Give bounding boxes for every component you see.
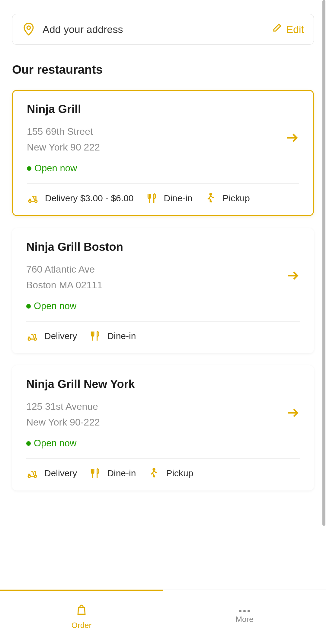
- restaurant-card[interactable]: Ninja Grill Boston760 Atlantic AveBoston…: [12, 228, 314, 353]
- services-row: DeliveryDine-inPickup: [26, 467, 300, 479]
- svg-point-8: [153, 468, 155, 470]
- svg-point-0: [27, 26, 30, 29]
- utensils-icon: [89, 330, 101, 342]
- edit-label: Edit: [286, 24, 304, 35]
- restaurant-address-line1: 155 69th Street: [27, 124, 277, 139]
- walk-icon: [205, 192, 217, 204]
- svg-point-1: [29, 200, 31, 202]
- service-label: Pickup: [166, 468, 193, 478]
- walk-icon: [148, 467, 160, 479]
- restaurant-card[interactable]: Ninja Grill155 69th StreetNew York 90 22…: [12, 90, 314, 216]
- svg-point-2: [35, 200, 37, 202]
- service-item: Pickup: [148, 467, 193, 479]
- nav-order[interactable]: Order: [0, 590, 163, 644]
- status-dot-icon: [26, 304, 31, 309]
- nav-more[interactable]: More: [163, 590, 326, 644]
- svg-point-6: [28, 475, 30, 477]
- arrow-right-icon[interactable]: [278, 406, 300, 421]
- status-label: Open now: [34, 301, 76, 312]
- service-item: Delivery $3.00 - $6.00: [27, 192, 134, 204]
- moped-icon: [26, 330, 38, 342]
- restaurant-address-line2: New York 90-222: [26, 415, 278, 429]
- address-placeholder: Add your address: [43, 24, 123, 35]
- service-label: Dine-in: [107, 331, 136, 341]
- utensils-icon: [89, 467, 101, 479]
- service-label: Dine-in: [107, 468, 136, 478]
- service-item: Dine-in: [89, 330, 136, 342]
- status-dot-icon: [26, 441, 31, 446]
- service-item: Dine-in: [89, 467, 136, 479]
- services-row: DeliveryDine-in: [26, 330, 300, 342]
- service-item: Pickup: [205, 192, 250, 204]
- edit-address-button[interactable]: Edit: [272, 23, 304, 36]
- status-label: Open now: [34, 438, 76, 449]
- restaurant-address-line2: Boston MA 02111: [26, 278, 278, 292]
- service-item: Delivery: [26, 330, 77, 342]
- services-row: Delivery $3.00 - $6.00Dine-inPickup: [27, 192, 299, 204]
- restaurant-name: Ninja Grill New York: [26, 378, 278, 391]
- service-item: Dine-in: [146, 192, 193, 204]
- nav-more-label: More: [235, 615, 253, 624]
- restaurant-address-line2: New York 90 222: [27, 140, 277, 154]
- svg-point-4: [28, 338, 30, 340]
- service-label: Dine-in: [164, 193, 193, 203]
- restaurant-card[interactable]: Ninja Grill New York125 31st AvenueNew Y…: [12, 365, 314, 490]
- address-bar[interactable]: Add your address Edit: [12, 14, 314, 45]
- svg-point-3: [210, 193, 212, 195]
- moped-icon: [26, 467, 38, 479]
- restaurant-address-line1: 125 31st Avenue: [26, 399, 278, 414]
- restaurant-name: Ninja Grill Boston: [26, 241, 278, 254]
- divider: [27, 183, 299, 184]
- svg-point-7: [34, 475, 37, 477]
- service-label: Delivery $3.00 - $6.00: [45, 193, 134, 203]
- utensils-icon: [146, 192, 158, 204]
- svg-point-5: [34, 338, 37, 340]
- service-label: Delivery: [44, 468, 77, 478]
- status-row: Open now: [26, 438, 278, 449]
- more-icon: [239, 610, 250, 612]
- service-label: Delivery: [44, 331, 77, 341]
- nav-order-label: Order: [72, 621, 91, 630]
- location-pin-icon: [22, 23, 35, 36]
- status-row: Open now: [26, 301, 278, 312]
- status-dot-icon: [27, 166, 31, 171]
- service-label: Pickup: [223, 193, 250, 203]
- pencil-icon: [272, 23, 282, 36]
- status-label: Open now: [34, 163, 77, 174]
- arrow-right-icon[interactable]: [278, 268, 300, 284]
- bag-icon: [75, 604, 88, 618]
- arrow-right-icon[interactable]: [277, 131, 299, 146]
- divider: [26, 458, 300, 459]
- scrollbar[interactable]: [322, 0, 325, 526]
- restaurant-address-line1: 760 Atlantic Ave: [26, 262, 278, 277]
- moped-icon: [27, 192, 39, 204]
- section-title: Our restaurants: [12, 63, 314, 76]
- bottom-nav: Order More: [0, 590, 326, 644]
- restaurant-name: Ninja Grill: [27, 103, 277, 116]
- service-item: Delivery: [26, 467, 77, 479]
- divider: [26, 321, 300, 322]
- status-row: Open now: [27, 163, 277, 174]
